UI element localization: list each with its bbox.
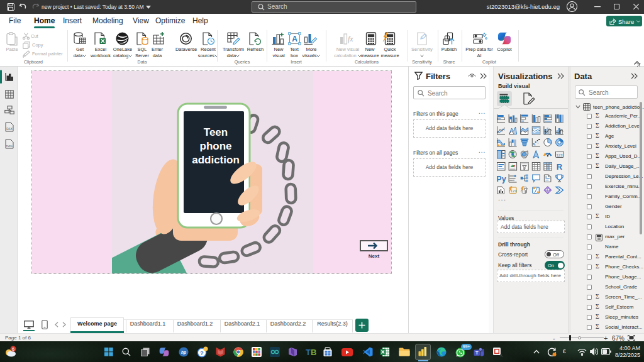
- svg-text:Py: Py: [497, 175, 506, 184]
- svg-text:A: A: [292, 35, 297, 43]
- svg-text:phone: phone: [200, 140, 232, 152]
- svg-text:hp: hp: [181, 350, 186, 355]
- svg-text:TMDL: TMDL: [6, 145, 13, 148]
- svg-text:6: 6: [12, 347, 14, 351]
- svg-text:Teen: Teen: [204, 126, 228, 138]
- svg-text:123: 123: [556, 153, 563, 157]
- svg-text:T: T: [475, 350, 479, 356]
- svg-text:fx: fx: [348, 35, 353, 43]
- svg-text:B: B: [311, 348, 316, 357]
- svg-text:T: T: [306, 348, 311, 357]
- svg-text:?: ?: [200, 349, 204, 356]
- svg-text:addiction: addiction: [192, 154, 240, 166]
- svg-text:DAX: DAX: [6, 128, 12, 131]
- svg-text:R: R: [557, 162, 563, 172]
